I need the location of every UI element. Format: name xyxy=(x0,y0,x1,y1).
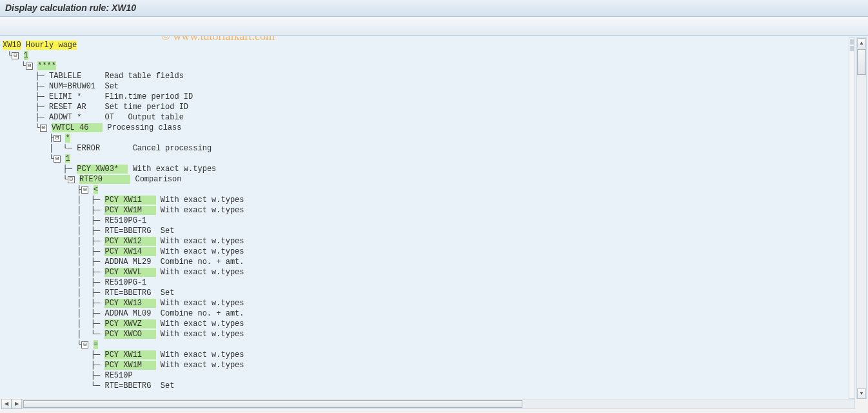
collapse-icon[interactable]: ⊟ xyxy=(54,135,61,142)
tree-node-op: * xyxy=(65,134,70,143)
tree-leaf[interactable]: │ ├─ PCY XW14 With exact w.types xyxy=(3,247,868,257)
tree-leaf[interactable]: ├─ ADDWT * OT Output table xyxy=(3,112,868,123)
tree-node-desc: Comparison xyxy=(135,175,181,184)
tree-leaf[interactable]: │ ├─ PCY XWVZ With exact w.types xyxy=(3,319,868,329)
page-title: Display calculation rule: XW10 xyxy=(5,3,136,13)
tree-branch[interactable]: └⊟ VWTCL 46 Processing class xyxy=(3,123,868,133)
tree-node-op: RE510PG-1 xyxy=(104,278,155,287)
tree-node-op: 1 xyxy=(65,154,70,163)
tree-node-desc: Processing class xyxy=(107,123,181,132)
tree-leaf[interactable]: │ ├─ RTE=BBETRG Set xyxy=(3,288,868,298)
tree-node-desc: With exact w.types xyxy=(161,268,244,277)
tree-branch[interactable]: └⊟ RTE?0 Comparison xyxy=(3,174,868,185)
calc-rule-tree[interactable]: XW10 Hourly wage └⊟ 1 └⊟ **** ├─ TABLELE… xyxy=(0,36,868,398)
tree-leaf[interactable]: │ ├─ ADDNA ML09 Combine no. + amt. xyxy=(3,308,868,319)
collapse-icon[interactable]: ⊟ xyxy=(26,63,33,70)
scroll-left-arrow[interactable]: ◀ xyxy=(1,399,12,409)
tree-node-desc: Set time period ID xyxy=(104,103,188,112)
tree-node-op: PCY XW03* xyxy=(77,165,128,174)
tree-node-op: RTE=BBETRG xyxy=(104,288,155,297)
tree-node-desc: With exact w.types xyxy=(161,319,244,328)
tree-leaf[interactable]: ├─ NUM=BRUW01 Set xyxy=(3,81,868,92)
tree-node-op: PCY XW1M xyxy=(104,206,155,215)
overview-ruler xyxy=(849,37,855,399)
title-bar: Display calculation rule: XW10 xyxy=(0,0,868,17)
collapse-icon[interactable]: ⊟ xyxy=(81,341,88,348)
v-scroll-thumb[interactable] xyxy=(857,49,866,75)
tree-node-op: PCY XW1M xyxy=(104,361,155,370)
tree-node-op: PCY XW13 xyxy=(104,299,155,308)
scroll-up-arrow[interactable]: ▲ xyxy=(857,38,866,48)
tree-node-op: RESET AR xyxy=(49,103,100,112)
tree-leaf[interactable]: └─ RTE=BBETRG Set xyxy=(3,381,868,391)
tree-node-desc: With exact w.types xyxy=(161,361,244,370)
tree-branch[interactable]: └⊟ = xyxy=(3,339,868,350)
toolbar xyxy=(0,17,868,36)
tree-node-op: < xyxy=(94,185,98,194)
tree-node-desc: Set xyxy=(104,82,119,91)
tree-leaf[interactable]: │ └─ PCY XWCO With exact w.types xyxy=(3,329,868,339)
tree-node-op: VWTCL 46 xyxy=(52,123,103,132)
tree-node-desc: With exact w.types xyxy=(161,237,244,246)
content-area: © www.tutorialkart.com XW10 Hourly wage … xyxy=(0,36,868,398)
tree-leaf[interactable]: ├─ RE510P xyxy=(3,370,868,381)
tree-node-desc: With exact w.types xyxy=(161,196,244,205)
tree-branch[interactable]: ├⊟ * xyxy=(3,133,868,143)
tree-leaf[interactable]: │ ├─ PCY XW12 With exact w.types xyxy=(3,236,868,247)
v-scroll-track[interactable] xyxy=(857,49,866,388)
tree-branch[interactable]: ├⊟ < xyxy=(3,185,868,195)
scroll-right-arrow[interactable]: ▶ xyxy=(12,399,22,409)
tree-node-op: RTE=BBETRG xyxy=(104,227,155,236)
tree-leaf[interactable]: │ ├─ RE510PG-1 xyxy=(3,216,868,226)
tree-node-op: PCY XW14 xyxy=(104,247,155,256)
tree-leaf[interactable]: │ ├─ PCY XW11 With exact w.types xyxy=(3,195,868,205)
tree-leaf[interactable]: │ ├─ PCY XW13 With exact w.types xyxy=(3,298,868,308)
tree-node-desc: With exact w.types xyxy=(161,299,244,308)
horizontal-scrollbar[interactable]: ◀ ▶ xyxy=(1,399,855,412)
tree-branch[interactable]: └⊟ 1 xyxy=(3,154,868,164)
tree-node-op: ADDWT * xyxy=(49,113,100,122)
tree-leaf[interactable]: ├─ ELIMI * Flim.time period ID xyxy=(3,92,868,102)
tree-node-op: ERROR xyxy=(77,144,128,153)
tree-node-desc: OT Output table xyxy=(104,113,183,122)
tree-leaf[interactable]: │ ├─ ADDNA ML29 Combine no. + amt. xyxy=(3,257,868,267)
collapse-icon[interactable]: ⊟ xyxy=(40,125,47,132)
tree-node-desc: Flim.time period ID xyxy=(104,92,193,101)
tree-node-desc: Set xyxy=(161,381,175,390)
tree-leaf[interactable]: ├─ RESET AR Set time period ID xyxy=(3,102,868,112)
collapse-icon[interactable]: ⊟ xyxy=(68,176,75,183)
tree-node-op: PCY XW12 xyxy=(104,237,155,246)
tree-node-desc: Combine no. + amt. xyxy=(161,257,244,267)
collapse-icon[interactable]: ⊟ xyxy=(12,52,19,59)
tree-leaf[interactable]: ├─ PCY XW03* With exact w.types xyxy=(3,164,868,174)
h-scroll-thumb[interactable] xyxy=(23,400,522,408)
h-scroll-track[interactable] xyxy=(22,399,855,409)
collapse-icon[interactable]: ⊟ xyxy=(81,186,88,194)
scroll-down-arrow[interactable]: ▼ xyxy=(857,388,866,399)
tree-leaf[interactable]: │ ├─ PCY XWVL With exact w.types xyxy=(3,267,868,277)
tree-node-desc: Combine no. + amt. xyxy=(161,309,244,318)
tree-node-op: ADDNA ML09 xyxy=(104,309,155,318)
tree-node-op: ELIMI * xyxy=(49,92,100,101)
tree-node-desc: Cancel processing xyxy=(133,144,212,153)
tree-node-op: RTE?0 xyxy=(79,175,130,184)
tree-node-op: **** xyxy=(37,61,56,70)
vertical-scrollbar[interactable]: ▲ ▼ xyxy=(856,37,867,399)
tree-root[interactable]: XW10 Hourly wage xyxy=(3,40,868,50)
tree-node-op: PCY XWCO xyxy=(104,330,155,339)
tree-branch[interactable]: └⊟ 1 xyxy=(3,50,868,61)
tree-branch[interactable]: └⊟ **** xyxy=(3,61,868,71)
tree-node-op: 1 xyxy=(24,51,28,60)
collapse-icon[interactable]: ⊟ xyxy=(54,156,61,163)
tree-node-desc: With exact w.types xyxy=(133,165,217,174)
tree-node-desc: With exact w.types xyxy=(161,247,244,256)
tree-leaf[interactable]: │ └─ ERROR Cancel processing xyxy=(3,143,868,154)
tree-leaf[interactable]: │ ├─ RTE=BBETRG Set xyxy=(3,226,868,236)
tree-leaf[interactable]: ├─ PCY XW11 With exact w.types xyxy=(3,350,868,360)
tree-leaf[interactable]: ├─ PCY XW1M With exact w.types xyxy=(3,360,868,370)
tree-leaf[interactable]: │ ├─ PCY XW1M With exact w.types xyxy=(3,205,868,216)
tree-node-op: NUM=BRUW01 xyxy=(49,82,100,91)
tree-node-op: = xyxy=(94,340,98,349)
tree-leaf[interactable]: │ ├─ RE510PG-1 xyxy=(3,277,868,288)
tree-leaf[interactable]: ├─ TABLELE Read table fields xyxy=(3,71,868,81)
